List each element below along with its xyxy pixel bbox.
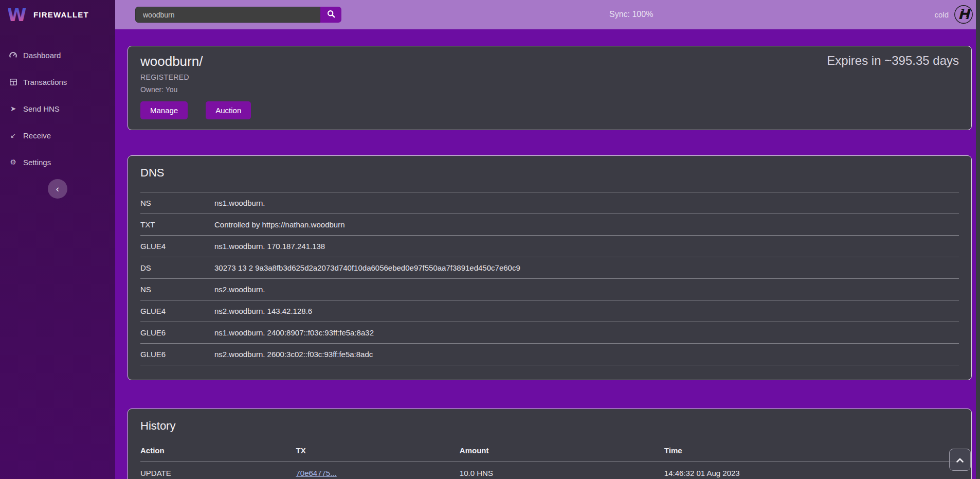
search-bar (135, 7, 341, 23)
gear-icon: ⚙ (9, 158, 17, 166)
paper-plane-icon: ➤ (9, 104, 17, 113)
sidebar-item-send-hns[interactable]: ➤ Send HNS (0, 95, 115, 122)
dns-section-title: DNS (140, 166, 959, 180)
sidebar-item-dashboard[interactable]: Dashboard (0, 42, 115, 68)
dns-record-value: ns1.woodburn. 2400:8907::f03c:93ff:fe5a:… (214, 322, 959, 344)
dns-record-row: NS ns1.woodburn. (140, 192, 959, 214)
history-header-row: Action TX Amount Time (140, 442, 959, 462)
dns-record-type: NS (140, 192, 214, 214)
dns-record-row: GLUE6 ns2.woodburn. 2600:3c02::f03c:93ff… (140, 344, 959, 365)
dns-record-type: NS (140, 279, 214, 300)
table-icon (9, 79, 17, 85)
history-time: 14:46:32 01 Aug 2023 (664, 462, 959, 479)
wallet-name: cold (934, 10, 949, 19)
search-input[interactable] (135, 7, 320, 23)
domain-title: woodburn/ (140, 54, 203, 69)
sidebar-item-label: Transactions (23, 78, 67, 86)
dns-record-value: ns2.woodburn. (214, 279, 959, 300)
arrow-down-left-icon: ↙ (9, 131, 17, 139)
history-col-amount: Amount (460, 442, 664, 462)
dns-table: NS ns1.woodburn. TXT Controlled by https… (140, 192, 959, 365)
sidebar-item-label: Receive (23, 131, 51, 140)
chevron-up-icon (956, 455, 964, 465)
sidebar-nav: Dashboard Transactions ➤ Send HNS ↙ Rece… (0, 42, 115, 175)
main-content: woodburn/ Expires in ~395.35 days REGIST… (115, 29, 976, 479)
history-action: UPDATE (140, 462, 296, 479)
scroll-to-top-button[interactable] (949, 449, 971, 471)
topbar: Sync: 100% cold H (115, 0, 980, 29)
history-table: Action TX Amount Time UPDATE 70e64775...… (140, 442, 959, 479)
auction-button[interactable]: Auction (206, 101, 251, 119)
domain-owner: Owner: You (140, 85, 959, 94)
history-amount: 10.0 HNS (460, 462, 664, 479)
wallet-selector[interactable]: cold H (934, 5, 973, 24)
search-button[interactable] (320, 7, 341, 23)
history-section-title: History (140, 419, 959, 433)
history-col-action: Action (140, 442, 296, 462)
sidebar-item-settings[interactable]: ⚙ Settings (0, 149, 115, 175)
dns-record-value: ns2.woodburn. 2600:3c02::f03c:93ff:fe5a:… (214, 344, 959, 365)
dns-record-row: DS 30273 13 2 9a3a8fb3d625d2a2073d740f10… (140, 257, 959, 279)
svg-text:H: H (958, 6, 971, 22)
sidebar-item-label: Settings (23, 158, 51, 167)
handshake-logo-icon[interactable]: H (954, 5, 973, 24)
sidebar-item-label: Dashboard (23, 51, 61, 60)
history-card: History Action TX Amount Time UPDATE 70e… (128, 409, 972, 479)
dns-record-type: GLUE4 (140, 236, 214, 257)
scrollbar-track[interactable] (976, 0, 980, 479)
svg-text:W: W (8, 5, 27, 24)
gauge-icon (9, 51, 17, 59)
dns-record-type: TXT (140, 214, 214, 236)
dns-card: DNS NS ns1.woodburn. TXT Controlled by h… (128, 155, 972, 380)
dns-record-type: GLUE6 (140, 322, 214, 344)
dns-record-type: DS (140, 257, 214, 279)
sync-status: Sync: 100% (609, 10, 653, 19)
tx-link[interactable]: 70e64775... (296, 469, 336, 477)
dns-record-row: GLUE4 ns2.woodburn. 143.42.128.6 (140, 300, 959, 322)
manage-button[interactable]: Manage (140, 101, 188, 119)
dns-record-row: TXT Controlled by https://nathan.woodbur… (140, 214, 959, 236)
dns-record-row: NS ns2.woodburn. (140, 279, 959, 300)
dns-record-value: ns2.woodburn. 143.42.128.6 (214, 300, 959, 322)
dns-record-value: ns1.woodburn. (214, 192, 959, 214)
brand-header[interactable]: W FIREWALLET (0, 0, 115, 29)
dns-record-row: GLUE6 ns1.woodburn. 2400:8907::f03c:93ff… (140, 322, 959, 344)
dns-record-value: Controlled by https://nathan.woodburn (214, 214, 959, 236)
sidebar-item-transactions[interactable]: Transactions (0, 68, 115, 95)
firewallet-w-logo-icon: W (8, 4, 27, 26)
sidebar-item-label: Send HNS (23, 104, 60, 113)
search-icon (327, 10, 335, 20)
dns-record-type: GLUE4 (140, 300, 214, 322)
domain-card: woodburn/ Expires in ~395.35 days REGIST… (128, 46, 972, 130)
sidebar: W FIREWALLET Dashboard Transactions ➤ Se… (0, 0, 115, 479)
dns-record-row: GLUE4 ns1.woodburn. 170.187.241.138 (140, 236, 959, 257)
dns-record-value: ns1.woodburn. 170.187.241.138 (214, 236, 959, 257)
expires-label: Expires in ~395.35 days (827, 54, 959, 68)
history-row: UPDATE 70e64775... 10.0 HNS 14:46:32 01 … (140, 462, 959, 479)
dns-record-value: 30273 13 2 9a3a8fb3d625d2a2073d740f10da6… (214, 257, 959, 279)
dns-record-type: GLUE6 (140, 344, 214, 365)
history-col-tx: TX (296, 442, 459, 462)
sidebar-item-receive[interactable]: ↙ Receive (0, 122, 115, 149)
history-col-time: Time (664, 442, 959, 462)
sidebar-collapse-button[interactable]: ‹ (48, 179, 67, 199)
chevron-left-icon: ‹ (56, 183, 59, 194)
domain-status: REGISTERED (140, 73, 959, 81)
brand-name: FIREWALLET (33, 10, 89, 19)
